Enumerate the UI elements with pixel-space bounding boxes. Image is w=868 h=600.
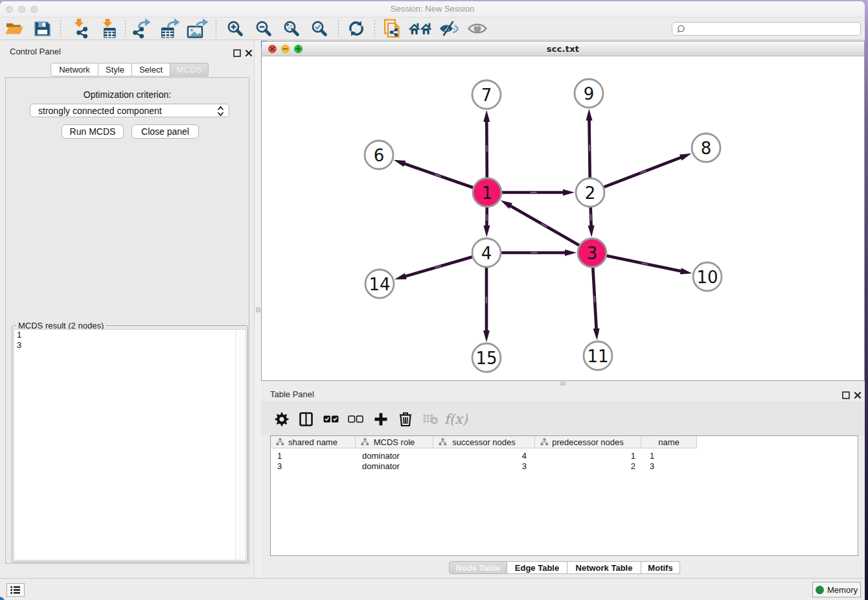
control-tab-mcds[interactable]: MCDS (170, 63, 209, 76)
column-header-successor-nodes-shape-shape (444, 443, 446, 445)
apply-layout-button[interactable] (345, 19, 368, 38)
zoom-out-button[interactable] (252, 19, 275, 38)
control-tab-network[interactable]: Network (51, 63, 98, 76)
open-session-icon (5, 19, 24, 38)
export-network-button[interactable] (130, 19, 154, 38)
horizontal-splitter[interactable] (261, 381, 865, 387)
table-cell[interactable]: 3 (641, 461, 697, 472)
search-input[interactable] (688, 25, 860, 34)
split-column-button[interactable] (296, 410, 315, 429)
control-tab-style[interactable]: Style (98, 63, 132, 76)
table-cell[interactable]: 1 (641, 450, 697, 461)
deselect-all-icon-shape-shape (348, 416, 355, 422)
combo-arrows-icon (217, 106, 224, 117)
settings-button[interactable] (272, 410, 291, 429)
mcds-result-list[interactable]: 13 (14, 329, 246, 560)
horizontal-splitter-grip[interactable] (560, 382, 565, 386)
select-all-button[interactable] (321, 410, 341, 429)
task-history-button[interactable] (6, 583, 25, 597)
search-box[interactable] (672, 22, 861, 36)
import-network-button[interactable] (67, 19, 91, 38)
hide-panel-button[interactable] (437, 19, 461, 38)
task-list-icon-shape (10, 589, 12, 591)
zoom-in-button[interactable] (223, 19, 247, 38)
table-tab-network-table[interactable]: Network Table (567, 561, 641, 574)
column-header-MCDS-role[interactable]: MCDS role (356, 436, 433, 448)
edge-handle-mark (595, 296, 595, 303)
close-panel-icon[interactable] (245, 49, 253, 57)
clone-network-button[interactable] (380, 19, 404, 38)
function-builder-icon-shape: f(x) (443, 411, 468, 427)
function-builder-icon: f(x) (443, 411, 468, 427)
zoom-selected-button[interactable] (308, 19, 331, 38)
import-network-icon-shape-shape (76, 27, 87, 38)
zoom-in-icon-shape-shape (237, 30, 242, 35)
table-close-icon[interactable] (854, 391, 862, 399)
table-cell[interactable]: 3 (271, 461, 356, 472)
table-cell[interactable]: dominator (356, 461, 433, 472)
add-column-button[interactable] (371, 410, 391, 429)
vertical-splitter[interactable] (254, 40, 261, 578)
edge-arrowhead (565, 249, 577, 256)
memory-label: Memory (827, 585, 858, 595)
table-header: shared nameMCDS rolesuccessor nodesprede… (271, 436, 697, 448)
table-cell[interactable]: 3 (433, 461, 535, 472)
close-panel-icon-shape (246, 51, 251, 56)
close-panel-button[interactable]: Close panel (131, 124, 199, 139)
column-header-MCDS-role-shape-shape (361, 443, 364, 445)
vertical-splitter-grip[interactable] (256, 307, 260, 312)
result-scrollbar[interactable] (235, 330, 245, 560)
open-session-button[interactable] (3, 19, 26, 38)
memory-button[interactable]: Memory (812, 582, 861, 597)
column-header-successor-nodes[interactable]: successor nodes (433, 436, 535, 448)
control-panel: Control Panel NetworkStyleSelectMCDS Opt… (0, 40, 254, 578)
show-panel-button[interactable] (466, 19, 489, 38)
delete-column-button[interactable] (396, 410, 415, 429)
deselect-all-icon (348, 415, 363, 423)
float-panel-icon[interactable] (233, 49, 241, 57)
delete-column-icon-shape-shape-shape (404, 417, 404, 424)
network-canvas[interactable]: 1234678910111415 (262, 56, 864, 380)
table-cell[interactable]: 1 (271, 450, 356, 461)
zoom-fit-button[interactable] (280, 19, 303, 38)
table-float-icon[interactable] (842, 391, 850, 399)
run-mcds-button[interactable]: Run MCDS (62, 124, 124, 139)
criterion-select[interactable]: strongly connected component (30, 104, 229, 117)
search-icon-shape (678, 25, 684, 31)
control-tab-select[interactable]: Select (132, 63, 170, 76)
toolbar-separator (60, 20, 61, 37)
first-neighbors-button[interactable] (409, 19, 432, 38)
column-header-shared-name-shape (276, 438, 284, 446)
export-network-icon-shape (131, 18, 153, 39)
add-column-icon-shape (374, 413, 387, 426)
table-cell[interactable]: 2 (535, 461, 641, 472)
table-cell[interactable]: 4 (433, 450, 535, 461)
table-cell[interactable]: dominator (356, 450, 433, 461)
zoom-fit-icon-shape (283, 20, 300, 37)
table-tab-node-table[interactable]: Node Table (449, 561, 507, 574)
save-session-icon-shape (33, 19, 51, 38)
import-table-button[interactable] (96, 19, 119, 38)
table-cell[interactable]: 1 (535, 450, 641, 461)
table-row[interactable]: 3dominator323 (271, 461, 697, 472)
table-tab-motifs[interactable]: Motifs (641, 561, 680, 574)
add-column-icon (374, 413, 387, 426)
table-tab-edge-table[interactable]: Edge Table (507, 561, 567, 574)
export-table-button[interactable] (159, 19, 182, 38)
function-builder-button[interactable]: f(x) (446, 410, 465, 429)
select-all-icon (323, 415, 339, 423)
column-header-name[interactable]: name (641, 436, 697, 448)
delete-table-button[interactable] (421, 410, 440, 429)
column-header-predecessor-nodes[interactable]: predecessor nodes (535, 436, 641, 448)
deselect-all-button[interactable] (346, 410, 365, 429)
table-row[interactable]: 1dominator411 (271, 450, 697, 461)
save-session-button[interactable] (30, 19, 54, 38)
search-icon (672, 24, 688, 34)
column-header-shared-name[interactable]: shared name (271, 436, 356, 448)
export-table-icon-shape-shape (167, 18, 180, 28)
apply-layout-icon (347, 19, 365, 38)
save-session-icon-shape-shape (43, 23, 45, 26)
export-image-button[interactable] (187, 19, 210, 38)
search-icon-shape (678, 30, 679, 32)
hide-panel-icon-shape-shape (453, 25, 459, 32)
